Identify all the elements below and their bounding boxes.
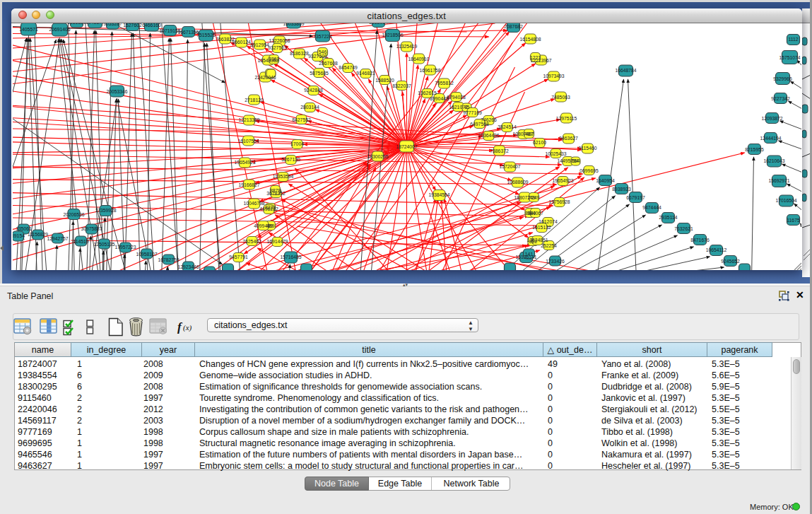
svg-text:20053346: 20053346 xyxy=(106,89,127,94)
svg-text:141: 141 xyxy=(524,252,533,257)
svg-text:135061: 135061 xyxy=(16,226,32,231)
svg-text:9053287: 9053287 xyxy=(103,23,122,26)
svg-text:39154: 39154 xyxy=(13,233,25,238)
svg-text:7625402: 7625402 xyxy=(242,239,261,244)
svg-text:7955812: 7955812 xyxy=(435,81,454,86)
svg-text:8322037: 8322037 xyxy=(392,83,411,88)
svg-text:15716485: 15716485 xyxy=(280,255,301,259)
svg-text:2935114: 2935114 xyxy=(659,215,677,220)
svg-text:8912954: 8912954 xyxy=(250,42,269,47)
svg-text:5875685: 5875685 xyxy=(310,71,329,76)
svg-text:2718120: 2718120 xyxy=(245,98,264,103)
svg-text:16107554: 16107554 xyxy=(237,139,259,144)
svg-text:10973493: 10973493 xyxy=(543,74,564,78)
svg-text:9327508: 9327508 xyxy=(308,54,327,59)
svg-text:10025433: 10025433 xyxy=(545,151,566,156)
svg-text:12942757: 12942757 xyxy=(47,236,68,241)
svg-text:16210643: 16210643 xyxy=(763,158,784,163)
svg-text:0699695: 0699695 xyxy=(579,168,599,173)
svg-text:16671355: 16671355 xyxy=(177,30,199,35)
svg-text:114519: 114519 xyxy=(73,239,88,244)
svg-text:9777169: 9777169 xyxy=(463,110,482,115)
svg-text:13524851: 13524851 xyxy=(526,238,548,243)
svg-text:16154808: 16154808 xyxy=(519,37,541,42)
svg-text:3362: 3362 xyxy=(268,57,278,62)
svg-text:19218506: 19218506 xyxy=(382,33,403,37)
svg-text:9327503: 9327503 xyxy=(268,45,287,50)
svg-text:1527602: 1527602 xyxy=(123,23,142,28)
svg-text:11325419: 11325419 xyxy=(396,44,417,49)
svg-text:1362615: 1362615 xyxy=(418,90,437,95)
svg-text:12505135: 12505135 xyxy=(93,242,114,247)
svg-text:9457791: 9457791 xyxy=(229,255,248,259)
svg-text:5267130: 5267130 xyxy=(281,157,300,162)
svg-text:12213369: 12213369 xyxy=(238,117,259,122)
svg-text:546: 546 xyxy=(318,49,326,54)
svg-text:9329966: 9329966 xyxy=(773,76,792,81)
svg-text:17957223: 17957223 xyxy=(114,245,136,250)
svg-text:8427552: 8427552 xyxy=(292,117,311,122)
svg-text:20206536: 20206536 xyxy=(63,212,84,217)
svg-text:18300295: 18300295 xyxy=(367,154,388,159)
svg-text:6466160: 6466160 xyxy=(142,23,161,28)
svg-text:12923446: 12923446 xyxy=(177,264,199,269)
svg-text:1112: 1112 xyxy=(788,37,798,42)
svg-text:16914479: 16914479 xyxy=(266,239,288,244)
svg-text:12444194: 12444194 xyxy=(760,136,781,141)
svg-text:8186328: 8186328 xyxy=(290,51,309,56)
svg-text:252254: 252254 xyxy=(541,243,557,248)
svg-text:8660124: 8660124 xyxy=(232,40,251,45)
svg-text:7485063: 7485063 xyxy=(551,95,570,100)
svg-text:1861328: 1861328 xyxy=(67,23,86,25)
svg-text:9242848: 9242848 xyxy=(304,88,323,93)
svg-text:11353594: 11353594 xyxy=(272,174,293,179)
svg-text:17016504: 17016504 xyxy=(775,198,796,203)
svg-text:2867608: 2867608 xyxy=(319,61,338,66)
svg-text:984067: 984067 xyxy=(527,211,543,216)
svg-text:30975887: 30975887 xyxy=(81,226,102,231)
svg-text:f: f xyxy=(177,320,183,334)
svg-text:11675: 11675 xyxy=(787,218,800,223)
svg-text:9115460: 9115460 xyxy=(578,146,596,151)
svg-text:10654112: 10654112 xyxy=(705,247,726,252)
svg-text:9463627: 9463627 xyxy=(559,136,578,141)
svg-text:8938923: 8938923 xyxy=(612,187,631,192)
svg-text:45: 45 xyxy=(464,105,469,110)
svg-text:7632621: 7632621 xyxy=(674,226,693,231)
svg-text:62100: 62100 xyxy=(533,140,546,145)
svg-text:19654923: 19654923 xyxy=(552,178,573,183)
svg-text:6794028: 6794028 xyxy=(447,95,466,100)
svg-text:7249: 7249 xyxy=(528,195,539,200)
svg-text:9474444: 9474444 xyxy=(642,205,661,210)
svg-text:1405571: 1405571 xyxy=(19,27,38,32)
svg-text:664: 664 xyxy=(571,158,579,163)
svg-text:9146821: 9146821 xyxy=(356,71,375,76)
svg-text:8454749: 8454749 xyxy=(339,65,358,70)
svg-text:19756928: 19756928 xyxy=(548,199,570,204)
svg-text:1640954: 1640954 xyxy=(596,178,615,183)
svg-text:6679197: 6679197 xyxy=(626,195,645,200)
svg-text:10046798: 10046798 xyxy=(243,201,264,206)
svg-text:4498222: 4498222 xyxy=(259,206,278,211)
svg-text:17004: 17004 xyxy=(290,141,304,146)
svg-text:15751074: 15751074 xyxy=(779,55,800,60)
svg-text:19166827: 19166827 xyxy=(238,182,259,187)
svg-text:18640910: 18640910 xyxy=(408,57,429,62)
svg-text:2087682: 2087682 xyxy=(504,24,523,29)
svg-text:7386372: 7386372 xyxy=(490,148,509,153)
svg-text:16782759: 16782759 xyxy=(158,257,179,262)
svg-text:10958107: 10958107 xyxy=(136,252,157,257)
svg-text:1615132: 1615132 xyxy=(532,225,551,230)
svg-text:1588520: 1588520 xyxy=(375,78,394,83)
svg-text:6497568: 6497568 xyxy=(470,122,489,127)
svg-text:2803144: 2803144 xyxy=(300,105,319,110)
svg-text:12975115: 12975115 xyxy=(555,116,577,121)
svg-text:8813054: 8813054 xyxy=(369,23,388,25)
svg-text:13226058: 13226058 xyxy=(269,38,290,43)
svg-text:16961758: 16961758 xyxy=(419,68,440,73)
svg-text:8990448: 8990448 xyxy=(430,96,449,101)
svg-text:8471676: 8471676 xyxy=(690,238,710,243)
svg-text:18724007: 18724007 xyxy=(396,144,417,149)
svg-text:9245652: 9245652 xyxy=(721,259,740,264)
svg-text:9227342: 9227342 xyxy=(771,96,790,101)
